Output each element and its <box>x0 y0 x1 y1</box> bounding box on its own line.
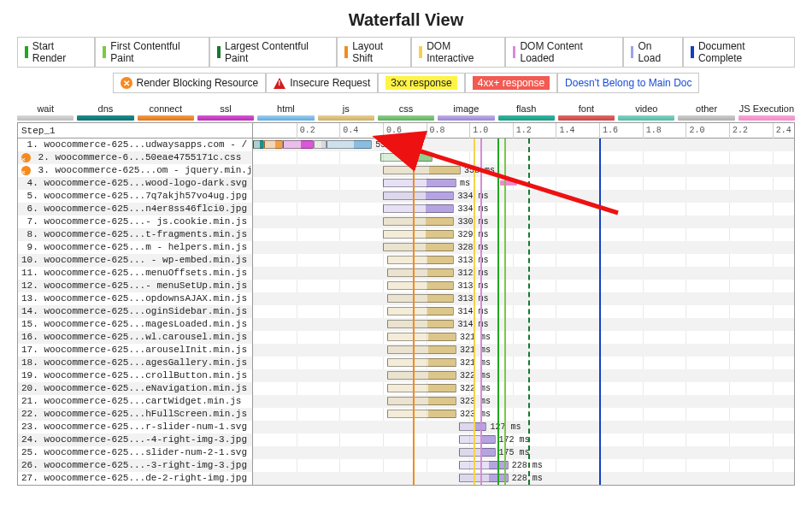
event-line <box>480 139 482 485</box>
warning-icon <box>274 78 285 89</box>
tick: 1.2 <box>513 123 532 139</box>
request-bar[interactable]: 312 ms <box>253 267 794 280</box>
request-bar[interactable] <box>253 151 794 164</box>
request-number: 27. <box>21 473 44 483</box>
type-dns: dns <box>77 103 133 121</box>
request-label[interactable]: 8. woocommerce-625...t-fragments.min.js <box>18 228 252 241</box>
segment-image <box>383 204 455 213</box>
request-label[interactable]: 26. woocommerce-625...-3-right-img-3.jpg <box>18 459 252 472</box>
request-url: woocommerce-625...7q7akjh57vo4ug.jpg <box>44 191 247 201</box>
request-label[interactable]: 18. woocommerce-625...agesGallery.min.js <box>18 357 252 369</box>
request-bar[interactable]: 313 ms <box>253 280 794 292</box>
request-number: 14. <box>21 306 44 316</box>
request-label[interactable]: 12. woocommerce-625...- menuSetUp.min.js <box>18 280 252 292</box>
legend-not-main-doc-link[interactable]: Doesn't Belong to Main Doc <box>565 77 691 89</box>
request-url: woocommerce-625...wood-logo-dark.svg <box>44 178 247 188</box>
request-url: woocommerce-625...r-slider-num-1.svg <box>44 422 247 432</box>
type-js-execution: JS Execution <box>738 103 795 121</box>
request-number: 7. <box>21 216 44 227</box>
request-bar[interactable]: 228 ms <box>253 459 794 472</box>
request-bar[interactable]: 314 ms <box>253 318 794 331</box>
request-bar[interactable]: 175 ms <box>253 446 794 459</box>
request-url: woocommerce-625...- menuSetUp.min.js <box>44 280 247 291</box>
request-url: woocommerce-625...t-fragments.min.js <box>44 229 247 239</box>
tick: 0.8 <box>427 123 445 139</box>
request-bar[interactable]: 321 ms <box>253 344 794 357</box>
type-bar <box>257 115 314 121</box>
request-bar[interactable]: 358 ms <box>253 164 794 177</box>
request-number: 20. <box>21 383 44 393</box>
request-bar[interactable]: 228 ms <box>253 472 794 485</box>
request-bar[interactable]: 334 ms <box>253 203 794 215</box>
request-bar[interactable]: 328 ms <box>253 241 794 254</box>
request-label[interactable]: 27. woocommerce-625...de-2-right-img.jpg <box>18 472 252 485</box>
request-label[interactable]: 25. woocommerce-625...slider-num-2-1.svg <box>18 446 252 459</box>
step-label: Step_1 <box>18 123 252 139</box>
legend-dom-interactive: DOM Interactive <box>411 37 504 68</box>
request-bar[interactable]: 321 ms <box>253 331 794 344</box>
largest-contentful-paint-swatch <box>217 46 221 58</box>
legend-events: Start RenderFirst Contentful PaintLarges… <box>17 37 795 68</box>
request-label[interactable]: 15. woocommerce-625...magesLoaded.min.js <box>18 318 252 331</box>
dom-content-loaded-label: DOM Content Loaded <box>520 40 615 64</box>
request-label[interactable]: 4. woocommerce-625...wood-logo-dark.svg <box>18 177 252 190</box>
request-bar[interactable]: 321 ms <box>253 357 794 369</box>
request-label[interactable]: 9. woocommerce-625...m - helpers.min.js <box>18 241 252 254</box>
request-url: woocommerce-625...agesGallery.min.js <box>44 357 247 368</box>
type-bar <box>558 115 615 121</box>
type-video: video <box>618 103 674 121</box>
dom-content-loaded-swatch <box>513 46 516 58</box>
request-bar[interactable]: 322 ms <box>253 369 794 382</box>
waterfall-labels-column: Step_1 1. woocommerce-625...udwaysapps.c… <box>18 123 253 485</box>
request-number: 23. <box>21 422 44 432</box>
segment-image <box>459 461 509 469</box>
request-bar[interactable]: 314 ms <box>253 305 794 318</box>
request-label[interactable]: 19. woocommerce-625...crollButton.min.js <box>18 369 252 382</box>
segment-image <box>383 179 456 187</box>
legend-statuses: ✕ Render Blocking Resource Insecure Requ… <box>17 73 795 93</box>
request-bar[interactable]: ms <box>253 177 794 190</box>
request-bar[interactable]: 172 ms <box>253 433 794 446</box>
type-image: image <box>438 103 494 121</box>
request-bar[interactable]: 323 ms <box>253 408 794 421</box>
request-bar[interactable]: 329 ms <box>253 228 794 241</box>
tick: 0.6 <box>383 123 402 139</box>
request-label[interactable]: 7. woocommerce-625...- js.cookie.min.js <box>18 215 252 228</box>
request-label[interactable]: 6. woocommerce-625...n4er8ss46flci0.jpg <box>18 203 252 215</box>
request-label[interactable]: ✕ 2. woocommerce-6...50eae4755171c.css <box>18 151 252 164</box>
request-bar[interactable]: 313 ms <box>253 292 794 305</box>
request-label[interactable]: 10. woocommerce-625... - wp-embed.min.js <box>18 254 252 267</box>
request-label[interactable]: 20. woocommerce-625...eNavigation.min.js <box>18 382 252 395</box>
request-label[interactable]: 1. woocommerce-625...udwaysapps.com - / <box>18 139 252 151</box>
type-label: image <box>438 103 494 114</box>
request-label[interactable]: 13. woocommerce-625...opdownsAJAX.min.js <box>18 292 252 305</box>
request-label[interactable]: 23. woocommerce-625...r-slider-num-1.svg <box>18 421 252 433</box>
request-label[interactable]: 21. woocommerce-625...cartWidget.min.js <box>18 395 252 408</box>
request-label[interactable]: 5. woocommerce-625...7q7akjh57vo4ug.jpg <box>18 190 252 203</box>
waterfall-chart: Step_1 1. woocommerce-625...udwaysapps.c… <box>17 122 795 486</box>
request-label[interactable]: 17. woocommerce-625...arouselInit.min.js <box>18 344 252 357</box>
request-bar[interactable]: 330 ms <box>253 215 794 228</box>
request-url: woocommerce-625...crollButton.min.js <box>44 370 247 380</box>
request-label[interactable]: 14. woocommerce-625...oginSidebar.min.js <box>18 305 252 318</box>
request-bar[interactable]: 334 ms <box>253 190 794 203</box>
request-bar[interactable]: 554 ms <box>253 139 794 151</box>
type-bar <box>678 115 734 121</box>
request-bar[interactable]: 127 ms <box>253 421 794 433</box>
request-bar[interactable]: 323 ms <box>253 395 794 408</box>
request-bar[interactable]: 313 ms <box>253 254 794 267</box>
request-label[interactable]: 24. woocommerce-625...-4-right-img-3.jpg <box>18 433 252 446</box>
layout-shift-label: Layout Shift <box>352 40 403 64</box>
request-bar[interactable]: 322 ms <box>253 382 794 395</box>
layout-shift-swatch <box>344 46 348 58</box>
type-bar <box>498 115 555 121</box>
request-label[interactable]: 22. woocommerce-625...hFullScreen.min.js <box>18 408 252 421</box>
legend-document-complete: Document Complete <box>683 37 795 68</box>
request-label[interactable]: ✕ 3. woocommerce-625...om - jquery.min.j… <box>18 164 252 177</box>
request-label[interactable]: 11. woocommerce-625...menuOffsets.min.js <box>18 267 252 280</box>
segment-image <box>459 474 509 482</box>
request-url: woocommerce-625...hFullScreen.min.js <box>44 409 247 419</box>
segment-js <box>387 345 456 354</box>
request-label[interactable]: 16. woocommerce-625...wl.carousel.min.js <box>18 331 252 344</box>
request-url: woocommerce-625...opdownsAJAX.min.js <box>44 293 247 304</box>
